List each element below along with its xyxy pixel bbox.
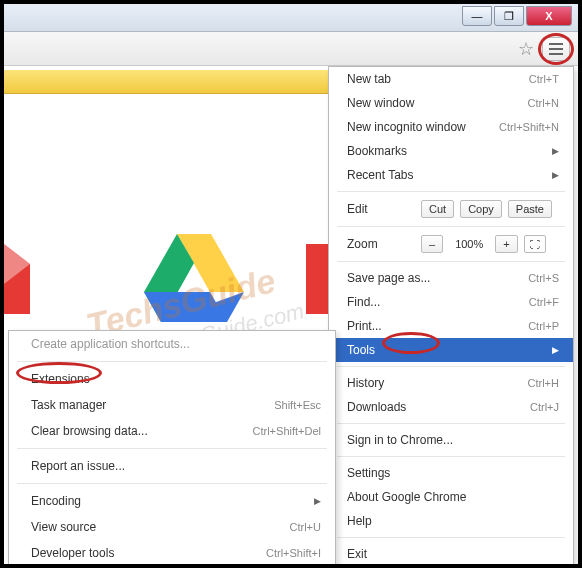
menu-bookmarks[interactable]: Bookmarks▶ <box>329 139 573 163</box>
svg-marker-3 <box>144 292 227 322</box>
menu-new-window[interactable]: New windowCtrl+N <box>329 91 573 115</box>
menu-recent-tabs[interactable]: Recent Tabs▶ <box>329 163 573 187</box>
menu-history[interactable]: HistoryCtrl+H <box>329 371 573 395</box>
separator <box>337 456 565 457</box>
copy-button[interactable]: Copy <box>460 200 502 218</box>
edit-label: Edit <box>347 202 415 216</box>
cut-button[interactable]: Cut <box>421 200 454 218</box>
google-apps-icons <box>144 234 244 326</box>
menu-print[interactable]: Print...Ctrl+P <box>329 314 573 338</box>
separator <box>337 261 565 262</box>
zoom-label: Zoom <box>347 237 415 251</box>
menu-help[interactable]: Help <box>329 509 573 533</box>
tools-task-manager[interactable]: Task managerShift+Esc <box>9 392 335 418</box>
tools-developer-tools[interactable]: Developer toolsCtrl+Shift+I <box>9 540 335 566</box>
close-button[interactable]: X <box>526 6 572 26</box>
tools-clear-data[interactable]: Clear browsing data...Ctrl+Shift+Del <box>9 418 335 444</box>
menu-sign-in[interactable]: Sign in to Chrome... <box>329 428 573 452</box>
menu-edit-row: Edit Cut Copy Paste <box>329 196 573 222</box>
menu-tools[interactable]: Tools▶ <box>329 338 573 362</box>
menu-zoom-row: Zoom – 100% + ⛶ <box>329 231 573 257</box>
menu-exit[interactable]: Exit <box>329 542 573 566</box>
separator <box>337 423 565 424</box>
tools-create-shortcuts[interactable]: Create application shortcuts... <box>9 331 335 357</box>
chrome-main-menu: New tabCtrl+T New windowCtrl+N New incog… <box>328 66 574 567</box>
menu-about[interactable]: About Google Chrome <box>329 485 573 509</box>
menu-new-tab[interactable]: New tabCtrl+T <box>329 67 573 91</box>
minimize-button[interactable]: — <box>462 6 492 26</box>
bookmark-star-icon[interactable]: ☆ <box>518 38 534 60</box>
browser-toolbar: ☆ <box>4 32 578 66</box>
separator <box>337 191 565 192</box>
tools-encoding[interactable]: Encoding▶ <box>9 488 335 514</box>
maximize-button[interactable]: ❐ <box>494 6 524 26</box>
chrome-menu-button[interactable] <box>542 37 570 61</box>
window-titlebar: — ❐ X <box>4 4 578 32</box>
chevron-right-icon: ▶ <box>552 345 559 355</box>
separator <box>337 537 565 538</box>
zoom-out-button[interactable]: – <box>421 235 443 253</box>
zoom-value: 100% <box>449 236 489 252</box>
separator <box>17 448 327 449</box>
chevron-right-icon: ▶ <box>552 146 559 156</box>
zoom-in-button[interactable]: + <box>495 235 517 253</box>
menu-save-page[interactable]: Save page as...Ctrl+S <box>329 266 573 290</box>
chevron-right-icon: ▶ <box>314 496 321 506</box>
tools-view-source[interactable]: View sourceCtrl+U <box>9 514 335 540</box>
separator <box>17 361 327 362</box>
menu-incognito[interactable]: New incognito windowCtrl+Shift+N <box>329 115 573 139</box>
paste-button[interactable]: Paste <box>508 200 552 218</box>
separator <box>337 226 565 227</box>
menu-find[interactable]: Find...Ctrl+F <box>329 290 573 314</box>
separator <box>337 366 565 367</box>
chevron-right-icon: ▶ <box>552 170 559 180</box>
gmail-icon <box>4 244 30 314</box>
fullscreen-button[interactable]: ⛶ <box>524 235 546 253</box>
menu-downloads[interactable]: DownloadsCtrl+J <box>329 395 573 419</box>
info-bar <box>4 70 336 94</box>
menu-settings[interactable]: Settings <box>329 461 573 485</box>
tools-report-issue[interactable]: Report an issue... <box>9 453 335 479</box>
tools-submenu: Create application shortcuts... Extensio… <box>8 330 336 568</box>
tools-extensions[interactable]: Extensions <box>9 366 335 392</box>
drive-icon <box>144 234 244 326</box>
separator <box>17 483 327 484</box>
